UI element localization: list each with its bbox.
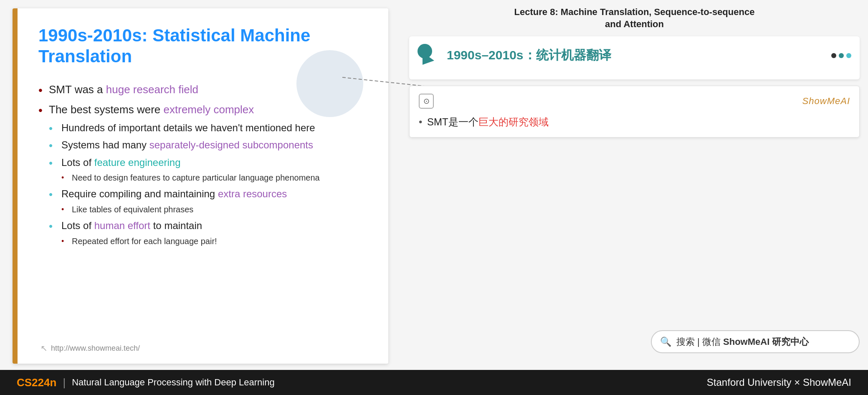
sub-bullet-3-highlight: feature engineering: [94, 157, 181, 168]
sub-sub-list-1: Need to design features to capture parti…: [61, 172, 367, 183]
ai-bullet-1: SMT是一个巨大的研究领域: [419, 115, 850, 130]
chinese-slide-card: 1990s–2010s：统计机器翻译: [409, 36, 860, 79]
sub-bullet-5-before: Lots of: [61, 220, 94, 231]
ai-icon-symbol: ⊙: [423, 97, 430, 106]
bullet-1-highlight: huge research field: [106, 83, 198, 96]
slide-icon: [418, 44, 440, 67]
main-bullet-list: SMT was a huge research field The best s…: [38, 82, 367, 247]
ai-card-header: ⊙ ShowMeAI: [419, 94, 850, 109]
dot-3: [846, 53, 851, 58]
chinese-slide-title: 1990s–2010s：统计机器翻译: [447, 47, 611, 64]
divider: |: [63, 376, 66, 389]
sub-bullet-5: Lots of human effort to maintain Repeate…: [49, 219, 367, 247]
sub-bullet-4-before: Require compiling and maintaining: [61, 188, 218, 199]
url-text: http://www.showmeai.tech/: [51, 344, 140, 353]
dot-2: [839, 53, 844, 58]
bottom-left: CS224n | Natural Language Processing wit…: [17, 376, 275, 389]
search-icon: 🔍: [660, 336, 671, 347]
sub-bullet-2: Systems had many separately-designed sub…: [49, 138, 367, 152]
ai-bullet-list: SMT是一个巨大的研究领域: [419, 115, 850, 130]
sub-bullet-2-before: Systems had many: [61, 139, 149, 150]
dot-1: [831, 53, 836, 58]
ai-icon: ⊙: [419, 94, 434, 109]
sub-bullet-5-highlight: human effort: [94, 220, 150, 231]
sub-bullet-4-highlight: extra resources: [218, 188, 287, 199]
sub-sub-list-3: Repeated effort for each language pair!: [61, 235, 367, 247]
sub-sub-3: Repeated effort for each language pair!: [61, 235, 367, 247]
sub-sub-list-2: Like tables of equivalent phrases: [61, 204, 367, 215]
sub-bullet-2-highlight: separately-designed subcomponents: [149, 139, 313, 150]
cursor-icon: ↖: [40, 343, 48, 353]
bullet-2: The best systems were extremely complex …: [38, 102, 367, 247]
slide-panel: 1990s-2010s: Statistical Machine Transla…: [13, 8, 388, 364]
lecture-title-text: Lecture 8: Machine Translation, Sequence…: [514, 7, 755, 29]
bottom-right: Stanford University × ShowMeAI: [707, 377, 851, 388]
lecture-title: Lecture 8: Machine Translation, Sequence…: [409, 6, 860, 30]
sub-sub-3-text: Repeated effort for each language pair!: [72, 237, 217, 246]
bullet-1-text-before: SMT was a: [49, 83, 106, 96]
bullet-1: SMT was a huge research field: [38, 82, 367, 97]
sub-bullet-3: Lots of feature engineering Need to desi…: [49, 155, 367, 184]
course-name: CS224n: [17, 376, 56, 389]
sub-list-2: Hundreds of important details we haven't…: [49, 121, 367, 247]
sub-bullet-1-text: Hundreds of important details we haven't…: [61, 122, 315, 133]
sub-bullet-5-after: to maintain: [150, 220, 202, 231]
course-description: Natural Language Processing with Deep Le…: [72, 377, 275, 388]
ai-bullet-highlight: 巨大的研究领域: [478, 116, 549, 127]
slide-icon-triangle: [423, 52, 434, 65]
showmeai-brand: ShowMeAI: [802, 96, 850, 107]
sub-sub-2-text: Like tables of equivalent phrases: [72, 205, 193, 214]
slide-dots: [831, 53, 851, 58]
sub-bullet-4: Require compiling and maintaining extra …: [49, 187, 367, 215]
sub-sub-1: Need to design features to capture parti…: [61, 172, 367, 183]
sub-sub-2: Like tables of equivalent phrases: [61, 204, 367, 215]
ai-bullet-before: SMT是一个: [427, 116, 478, 127]
right-panel: Lecture 8: Machine Translation, Sequence…: [401, 0, 868, 370]
bullet-2-text-before: The best systems were: [49, 103, 164, 116]
search-bar[interactable]: 🔍 搜索 | 微信 ShowMeAI 研究中心: [651, 330, 860, 353]
ai-annotation-card: ⊙ ShowMeAI SMT是一个巨大的研究领域: [409, 86, 860, 138]
chinese-slide-header: 1990s–2010s：统计机器翻译: [418, 44, 851, 67]
sub-bullet-3-before: Lots of: [61, 157, 94, 168]
search-label: 搜索 | 微信 ShowMeAI 研究中心: [676, 336, 809, 348]
sub-bullet-1: Hundreds of important details we haven't…: [49, 121, 367, 135]
slide-url: ↖ http://www.showmeai.tech/: [40, 343, 140, 353]
main-content: 1990s-2010s: Statistical Machine Transla…: [0, 0, 868, 370]
bottom-bar: CS224n | Natural Language Processing wit…: [0, 370, 868, 395]
sub-sub-1-text: Need to design features to capture parti…: [72, 173, 320, 182]
bullet-2-highlight: extremely complex: [164, 103, 254, 116]
